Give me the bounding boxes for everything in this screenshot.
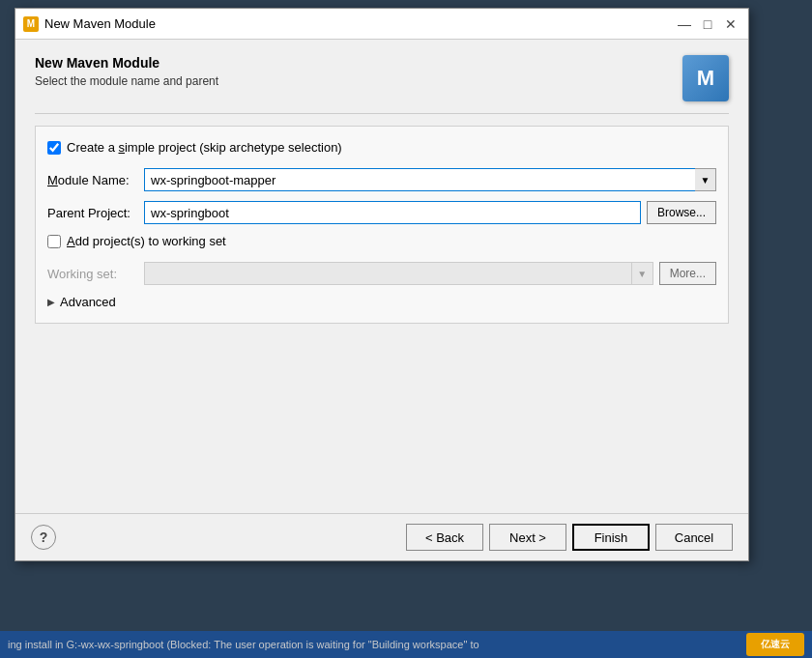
- back-button[interactable]: < Back: [406, 524, 483, 551]
- dialog-icon: M: [23, 16, 39, 32]
- module-name-input[interactable]: [144, 168, 695, 191]
- module-name-field-wrap: ▼: [144, 168, 716, 191]
- module-name-dropdown-arrow[interactable]: ▼: [695, 168, 716, 191]
- workingset-row: Working set: ▼ More...: [47, 262, 716, 285]
- module-name-label: Module Name:: [47, 173, 144, 187]
- advanced-section[interactable]: ▶ Advanced: [47, 295, 716, 309]
- module-name-row: Module Name: ▼: [47, 168, 716, 191]
- dialog-header: New Maven Module Select the module name …: [35, 55, 729, 114]
- header-subtitle: Select the module name and parent: [35, 74, 682, 88]
- dialog-title: New Maven Module: [44, 16, 675, 31]
- simple-project-row: Create a simple project (skip archetype …: [47, 140, 716, 155]
- finish-button[interactable]: Finish: [572, 524, 650, 551]
- simple-project-label[interactable]: Create a simple project (skip archetype …: [67, 140, 342, 155]
- title-bar: M New Maven Module — □ ✕: [15, 9, 748, 40]
- status-text: ing install in G:-wx-wx-springboot (Bloc…: [8, 639, 479, 650]
- header-text: New Maven Module Select the module name …: [35, 55, 682, 88]
- next-button[interactable]: Next >: [489, 524, 566, 551]
- add-workingset-label[interactable]: Add project(s) to working set: [67, 234, 226, 248]
- form-area: Create a simple project (skip archetype …: [35, 126, 729, 324]
- minimize-button[interactable]: —: [675, 14, 694, 34]
- more-button[interactable]: More...: [659, 262, 716, 285]
- simple-project-checkbox[interactable]: [47, 141, 61, 155]
- dialog-content: New Maven Module Select the module name …: [15, 40, 748, 513]
- maximize-button[interactable]: □: [698, 14, 717, 34]
- button-bar: ? < Back Next > Finish Cancel: [15, 513, 748, 560]
- workingset-dropdown-arrow: ▼: [632, 262, 653, 285]
- help-button[interactable]: ?: [31, 525, 56, 550]
- empty-space: [35, 324, 729, 498]
- status-logo: 亿速云: [746, 633, 804, 656]
- parent-project-row: Parent Project: Browse...: [47, 201, 716, 224]
- window-controls: — □ ✕: [675, 14, 740, 34]
- header-title: New Maven Module: [35, 55, 682, 71]
- workingset-input[interactable]: [144, 262, 632, 285]
- workingset-checkbox-row: Add project(s) to working set: [47, 234, 716, 248]
- cancel-button[interactable]: Cancel: [655, 524, 733, 551]
- parent-project-input[interactable]: [144, 201, 641, 224]
- status-bar: ing install in G:-wx-wx-springboot (Bloc…: [0, 631, 812, 658]
- parent-project-label: Parent Project:: [47, 206, 144, 220]
- close-button[interactable]: ✕: [721, 14, 740, 34]
- advanced-triangle-icon: ▶: [47, 297, 55, 307]
- working-set-label: Working set:: [47, 267, 144, 281]
- header-icon: M: [682, 55, 729, 101]
- browse-button[interactable]: Browse...: [647, 201, 716, 224]
- new-maven-module-dialog: M New Maven Module — □ ✕ New Maven Modul…: [14, 8, 749, 561]
- add-workingset-checkbox[interactable]: [47, 235, 61, 248]
- workingset-input-wrap: ▼: [144, 262, 653, 285]
- advanced-label: Advanced: [60, 295, 116, 309]
